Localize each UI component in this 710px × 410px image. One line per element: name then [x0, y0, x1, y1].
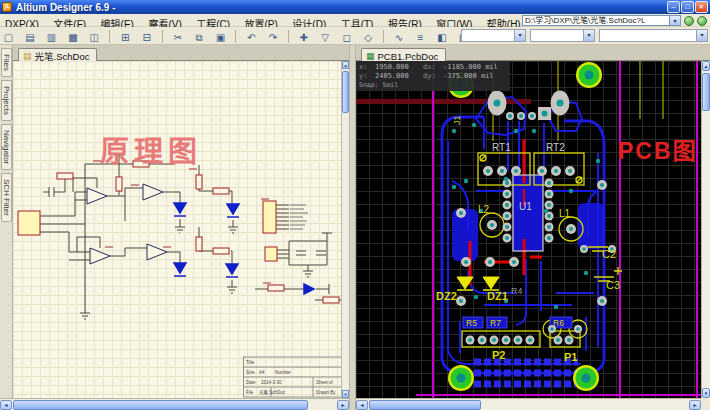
scroll-thumb[interactable] [13, 400, 308, 410]
pcb-vscrollbar[interactable]: ▲ ▼ [701, 61, 710, 398]
sch-pin-labels [290, 205, 308, 229]
designator-dz1: DZ1 [487, 290, 508, 302]
filter-icon[interactable]: ▽ [317, 29, 334, 45]
designator-j1: J1 [452, 115, 462, 125]
pane-splitter[interactable] [349, 45, 356, 410]
schematic-drawing: 原理图 Title Size A4 Number Date 2014-3-30 … [13, 61, 341, 398]
cut-icon[interactable]: ✂ [169, 29, 186, 45]
rail-tab-projects[interactable]: Projects [1, 80, 12, 121]
scroll-thumb[interactable] [369, 400, 481, 410]
pcb-canvas[interactable]: x:1950.000 dx:-1185.000 mil y:2405.000 d… [356, 61, 701, 398]
zoom-fit-icon[interactable]: ⊟ [138, 29, 155, 45]
pcb-overlay-caption: PCB图 [618, 138, 698, 164]
paste-icon[interactable]: ▣ [212, 29, 229, 45]
designator-r4: R4 [511, 286, 523, 296]
select-icon[interactable]: ◻ [338, 29, 355, 45]
combo-arrow-icon[interactable]: ▾ [696, 30, 707, 41]
redo-icon[interactable]: ↷ [264, 29, 281, 45]
schematic-canvas[interactable]: 原理图 Title Size A4 Number Date 2014-3-30 … [13, 61, 341, 398]
title-bar: A Altium Designer 6.9 - – □ ✕ [0, 0, 710, 14]
footprint-combo[interactable]: ▾ [599, 29, 708, 42]
rail-tab-files[interactable]: Files [1, 48, 12, 77]
via-style-combo[interactable]: ▾ [530, 29, 595, 42]
designator-rt1: RT1 [492, 142, 511, 153]
scroll-right-icon[interactable]: ► [337, 400, 349, 410]
print-icon[interactable]: ▩ [64, 29, 81, 45]
scroll-thumb[interactable] [342, 71, 349, 113]
designator-r6: R6 [553, 318, 564, 328]
workspace-panel-rail: Files Projects Navigator SCH Filter [0, 45, 13, 410]
snap-status: Snap: 5mil [359, 81, 507, 90]
sch-opamps [87, 184, 167, 264]
designator-r7: R7 [490, 318, 501, 328]
combo-arrow-icon[interactable]: ▾ [514, 30, 525, 41]
layer-pair-combo[interactable]: ▾ [461, 29, 526, 42]
svg-text:A4: A4 [259, 370, 265, 375]
minimize-button[interactable]: – [667, 1, 680, 13]
undo-icon[interactable]: ↶ [243, 29, 260, 45]
print-preview-icon[interactable]: ◫ [86, 29, 103, 45]
svg-text:Size: Size [246, 370, 255, 375]
pcb-tab-label: PCB1.PcbDoc [378, 51, 439, 62]
pcb-zener-silk [457, 277, 499, 290]
scroll-left-icon[interactable]: ◄ [0, 400, 12, 410]
combo-arrow-icon[interactable]: ▾ [583, 30, 594, 41]
window-title: Altium Designer 6.9 - [16, 2, 115, 13]
scroll-up-icon[interactable]: ▲ [702, 61, 710, 71]
svg-text:2014-3-30: 2014-3-30 [261, 380, 282, 385]
copy-icon[interactable]: ⧉ [191, 29, 208, 45]
designator-p1: P1 [564, 351, 577, 363]
bus-icon[interactable]: ≡ [412, 29, 429, 45]
svg-text:Date: Date [246, 380, 256, 385]
app-icon: A [2, 2, 12, 12]
pcb-tabstrip: ▦ PCB1.PcbDoc [356, 45, 710, 61]
designator-l2: L2 [478, 204, 490, 215]
designator-rt2: RT2 [546, 142, 565, 153]
scroll-left-icon[interactable]: ◄ [356, 400, 368, 410]
schematic-hscrollbar[interactable]: ◄ ► [0, 398, 349, 410]
svg-text:光笔.SchDoc: 光笔.SchDoc [259, 389, 286, 396]
new-document-icon[interactable]: ▢ [0, 29, 17, 45]
scroll-right-icon[interactable]: ► [689, 400, 701, 410]
move-icon[interactable]: ◇ [360, 29, 377, 45]
svg-text:Sheet of: Sheet of [316, 380, 334, 385]
designator-c3: C3 [606, 279, 620, 291]
cross-probe-icon[interactable]: ✚ [295, 29, 312, 45]
coordinate-hud: x:1950.000 dx:-1185.000 mil y:2405.000 d… [356, 61, 510, 91]
designator-c2: C2 [602, 248, 616, 260]
save-icon[interactable]: ▥ [43, 29, 60, 45]
rail-tab-navigator[interactable]: Navigator [1, 124, 12, 170]
schematic-overlay-caption: 原理图 [100, 136, 202, 168]
sch-title-block: Title Size A4 Number Date 2014-3-30 Shee… [243, 357, 341, 397]
designator-p2: P2 [492, 349, 505, 361]
document-path-box[interactable]: D:\学习\DXP\光笔\光笔.SchDoc?L [522, 15, 670, 26]
open-icon[interactable]: ▤ [21, 29, 38, 45]
maximize-button[interactable]: □ [681, 1, 694, 13]
scroll-thumb[interactable] [702, 73, 710, 111]
zoom-window-icon[interactable]: ⊞ [117, 29, 134, 45]
back-history-icon[interactable] [684, 16, 694, 26]
close-button[interactable]: ✕ [695, 1, 708, 13]
schematic-tabstrip: ▤ 光笔.SchDoc [13, 45, 349, 61]
forward-history-icon[interactable] [697, 16, 707, 26]
schematic-vscrollbar[interactable]: ▲ ▼ [341, 61, 349, 398]
designator-r5: R5 [466, 318, 477, 328]
pcb-hscrollbar[interactable]: ◄ ► [356, 398, 701, 410]
wire-icon[interactable]: ∿ [391, 29, 408, 45]
svg-text:File: File [246, 390, 254, 395]
pcb-doc-icon: ▦ [366, 51, 375, 61]
part-icon[interactable]: ◧ [433, 29, 450, 45]
designator-dz2: DZ2 [436, 290, 457, 302]
scroll-up-icon[interactable]: ▲ [342, 61, 349, 69]
path-dropdown-icon[interactable]: ▾ [670, 15, 681, 26]
scrollbar-corner [701, 398, 710, 410]
rail-tab-sch-filter[interactable]: SCH Filter [1, 173, 12, 222]
sch-wires [40, 164, 341, 313]
designator-u1: U1 [519, 201, 532, 212]
svg-text:Title: Title [246, 360, 255, 365]
scroll-down-icon[interactable]: ▼ [702, 388, 710, 398]
svg-text:Number: Number [275, 370, 292, 375]
scroll-down-icon[interactable]: ▼ [342, 390, 349, 398]
designator-l1: L1 [559, 208, 571, 219]
sch-resistors [57, 161, 339, 303]
